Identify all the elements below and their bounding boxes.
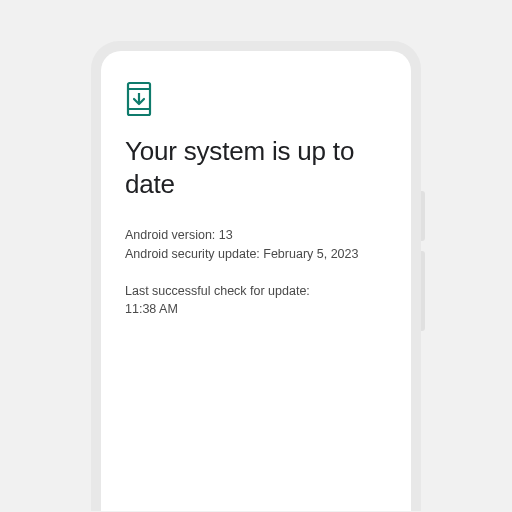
screen: Your system is up to date Android versio…	[101, 51, 411, 511]
last-check-info: Last successful check for update: 11:38 …	[125, 282, 387, 320]
phone-side-button	[421, 191, 425, 241]
update-icon	[125, 81, 387, 117]
android-version-text: Android version: 13	[125, 226, 387, 245]
phone-frame: Your system is up to date Android versio…	[91, 41, 421, 511]
version-info: Android version: 13 Android security upd…	[125, 226, 387, 264]
security-update-text: Android security update: February 5, 202…	[125, 245, 387, 264]
phone-side-button	[421, 251, 425, 331]
page-title: Your system is up to date	[125, 135, 387, 200]
last-check-label: Last successful check for update:	[125, 282, 387, 301]
last-check-time: 11:38 AM	[125, 300, 387, 319]
